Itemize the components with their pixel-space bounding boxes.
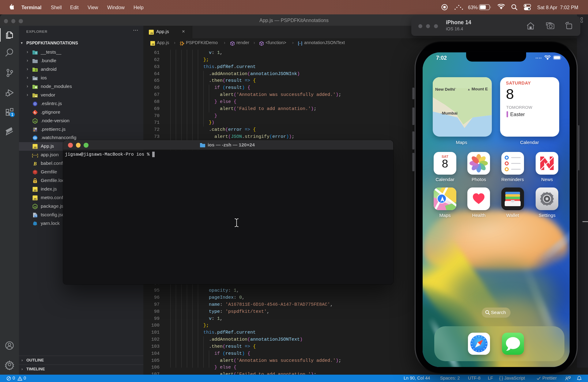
svg-text:1: 1 — [11, 112, 13, 117]
svg-text:iOS: iOS — [33, 78, 37, 80]
svg-text:JS: JS — [33, 189, 37, 192]
svg-text:TS: TS — [35, 215, 37, 217]
svg-text:JS: JS — [150, 32, 153, 35]
svg-text:JS: JS — [34, 120, 37, 123]
svg-text:{⋯}: {⋯} — [32, 153, 38, 157]
svg-text:JS: JS — [152, 43, 154, 45]
svg-text:B: B — [33, 161, 37, 166]
svg-text:JS: JS — [33, 146, 37, 149]
svg-text:JS: JS — [34, 205, 37, 208]
svg-text:JS: JS — [33, 197, 37, 200]
